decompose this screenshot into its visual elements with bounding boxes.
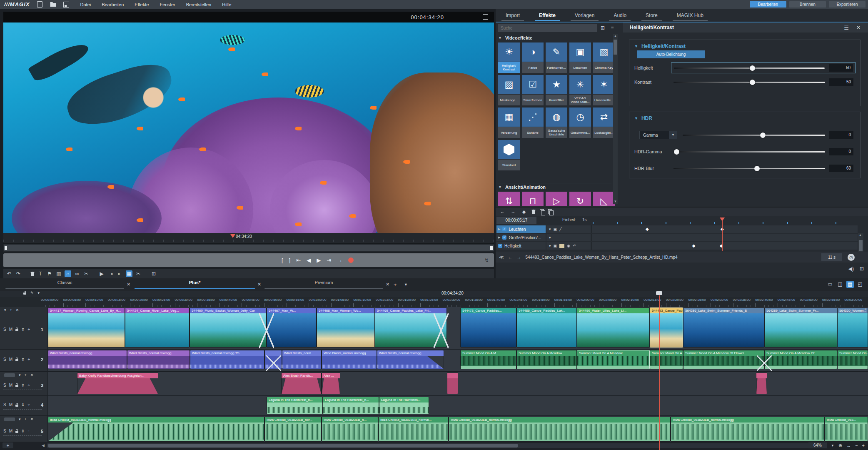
solo-button[interactable]: S xyxy=(3,402,6,407)
lock-icon[interactable] xyxy=(15,405,18,407)
track-add-icon[interactable]: + xyxy=(10,308,12,312)
audio-clip[interactable]: Laguna In The Rainforest_n... xyxy=(323,397,379,414)
tab-effekte[interactable]: Effekte xyxy=(535,12,560,21)
mute-button[interactable]: M xyxy=(9,402,12,407)
collapse-caret-icon[interactable]: ▼ xyxy=(498,36,502,40)
menu-bereitstellen[interactable]: Bereitstellen xyxy=(186,2,212,7)
section-header-1[interactable]: ▼Ansicht/Animation xyxy=(498,183,611,190)
mute-button[interactable]: M xyxy=(9,429,12,433)
track-close-icon[interactable]: ✕ xyxy=(30,417,34,421)
slider-value[interactable]: 0 xyxy=(829,148,853,155)
trim-end-icon[interactable]: ⇥ xyxy=(107,270,114,277)
checkbox[interactable]: ✓ xyxy=(502,227,506,231)
pen-icon[interactable]: ✎ xyxy=(30,291,34,295)
audio-clip[interactable]: Summer Mood On A Mead... xyxy=(837,350,868,369)
effect-tile-sharpen[interactable]: ⋰Schärfe xyxy=(522,108,544,138)
record-icon[interactable] xyxy=(348,258,354,263)
audio-clip[interactable]: Summer Mood On A Meadow Of Flower xyxy=(683,350,764,369)
close-tab-icon[interactable]: ✕ xyxy=(257,282,261,287)
audio-clip[interactable]: Ibiza Chillout_983823EB_nor... xyxy=(264,417,322,442)
scrollbar-thumb[interactable] xyxy=(859,240,863,251)
save-project-icon[interactable] xyxy=(63,2,69,8)
crossfade-icon[interactable] xyxy=(266,355,281,371)
audio-clip[interactable]: Wind Blasts_normal.mxcogg xyxy=(127,350,190,369)
snap-icon[interactable]: ∩ xyxy=(65,270,71,277)
caret-down-icon[interactable]: ▾ xyxy=(38,291,40,295)
layout-split-icon[interactable]: ◫ xyxy=(836,281,844,288)
audio-level-icon[interactable]: ↯ xyxy=(484,257,489,263)
timeline-playhead-line[interactable] xyxy=(659,295,660,450)
next-frame-icon[interactable]: ⇥ xyxy=(327,257,331,263)
audio-clip[interactable]: Laguna In The Rainforest_n... xyxy=(267,397,323,414)
eye-icon[interactable]: ◉ xyxy=(567,244,570,248)
parameter-label[interactable]: ✓Helligkeit xyxy=(496,242,546,250)
zoom-level[interactable]: 64% xyxy=(808,442,827,448)
slider-track[interactable] xyxy=(673,168,825,169)
redo-icon[interactable]: ↷ xyxy=(15,270,22,277)
effect-tile-speed[interactable]: ◷Geschwind... xyxy=(569,108,591,138)
fit-width-icon[interactable]: ↔ xyxy=(846,443,851,448)
section-title[interactable]: ▼ Helligkeit/Kontrast xyxy=(634,43,860,49)
effect-tile-standard[interactable]: Standard xyxy=(498,140,520,170)
title-clip[interactable]: Baby Kruffy Randbeschneidung-Ausgleich..… xyxy=(77,372,158,394)
keyframe-lane[interactable]: ◆◆ xyxy=(591,225,858,233)
track-caret-down-icon[interactable]: ▾ xyxy=(19,417,21,421)
preview-seek-ruler[interactable]: 04:34:20 xyxy=(3,233,494,244)
video-clip[interactable]: 544467_Man_W... xyxy=(267,308,317,348)
effect-tile-position-keyframes[interactable]: ⇅ xyxy=(498,192,520,206)
trim-start-icon[interactable]: ⇤ xyxy=(117,270,123,277)
title-clip[interactable]: Alex ... xyxy=(322,372,340,394)
search-input[interactable] xyxy=(498,24,597,32)
add-keyframe-icon[interactable]: ◆ xyxy=(521,209,527,215)
zoom-in-magnifier-icon[interactable]: ⊕ xyxy=(838,443,842,448)
clock-icon[interactable]: ◷ xyxy=(848,254,855,261)
expand-icon[interactable]: ▶ xyxy=(498,236,500,239)
unit-value[interactable]: 1s xyxy=(582,218,587,222)
tab-magix-hub[interactable]: MAGIX Hub xyxy=(673,12,708,21)
parameter-label[interactable]: ▶✓Leuchten xyxy=(496,225,546,233)
scroll-down-icon[interactable]: ▼ xyxy=(613,200,618,203)
effect-tile-stencil[interactable]: ☑Stanzformen xyxy=(522,75,544,105)
lock-icon[interactable] xyxy=(15,385,18,387)
slider-thumb[interactable] xyxy=(760,132,766,138)
track-add-icon[interactable]: + xyxy=(25,373,27,377)
keyframe-diamond[interactable]: ◆ xyxy=(692,243,696,248)
solo-button[interactable]: S xyxy=(3,429,6,433)
audio-clip[interactable]: Ibiza Chillout_983823EB_normal.mxcogg xyxy=(671,417,825,442)
slider-track[interactable] xyxy=(673,151,825,152)
effect-tile-look-transfer[interactable]: ⇄Lookabglei... xyxy=(593,108,615,138)
menu-hilfe[interactable]: Hilfe xyxy=(222,2,231,7)
project-tab-classic[interactable]: Classic xyxy=(5,280,124,289)
audio-clip[interactable]: Ibiza Chillout_983... xyxy=(825,417,868,442)
track-fx-icon[interactable]: ÷ xyxy=(27,383,30,388)
audio-clip[interactable]: Wind Blasts_normal.mxcogg TS xyxy=(190,350,264,369)
effect-tile-distortion[interactable]: ▦Verzerrung xyxy=(498,108,520,138)
effect-tile-color-correction[interactable]: ✎Farbkorrek... xyxy=(546,42,567,73)
next-keyframe-icon[interactable]: → xyxy=(510,209,516,214)
track-fx-icon[interactable]: ÷ xyxy=(27,357,30,362)
effect-tile-art-filter[interactable]: ★Kunstfilter xyxy=(546,75,567,105)
video-clip[interactable]: 544486_Canoe_Paddles_Lak... xyxy=(516,308,577,348)
audio-clip[interactable]: Wind Blasts_normal.mxcogg xyxy=(377,350,444,369)
view-list-icon[interactable]: ≡ xyxy=(609,24,616,32)
box-icon[interactable]: ▣ xyxy=(554,227,557,231)
open-project-icon[interactable] xyxy=(50,2,56,7)
horizontal-scrollbar[interactable] xyxy=(47,443,809,448)
track-caret-down-icon[interactable]: ▾ xyxy=(4,308,6,312)
text-tool-icon[interactable]: T xyxy=(37,270,44,277)
video-clip[interactable]: 544473_Canoe_Paddles... xyxy=(460,308,516,348)
scroll-left-icon[interactable]: ◀ xyxy=(42,443,45,448)
scrub-handle-left[interactable] xyxy=(5,246,7,250)
audio-clip[interactable]: Ibiza Chillout_983823EB_normal.mxcogg xyxy=(449,417,671,442)
track-fx-icon[interactable]: ÷ xyxy=(27,429,30,433)
slider-track[interactable] xyxy=(674,68,825,69)
effect-tile-chroma-key[interactable]: ▧Chroma Key xyxy=(593,42,615,73)
effect-tile-rotation[interactable]: ↻ xyxy=(569,192,591,206)
track-fx-icon[interactable]: ÷ xyxy=(27,402,30,407)
object-grid-icon[interactable]: ▦ xyxy=(126,270,132,277)
track-close-icon[interactable]: ✕ xyxy=(30,373,34,377)
checkbox[interactable]: ✓ xyxy=(502,235,506,240)
automation-box[interactable] xyxy=(4,373,15,377)
mode-button-bearbeiten[interactable]: Bearbeiten xyxy=(750,1,786,8)
caret-icon[interactable]: ▾ xyxy=(549,244,551,248)
